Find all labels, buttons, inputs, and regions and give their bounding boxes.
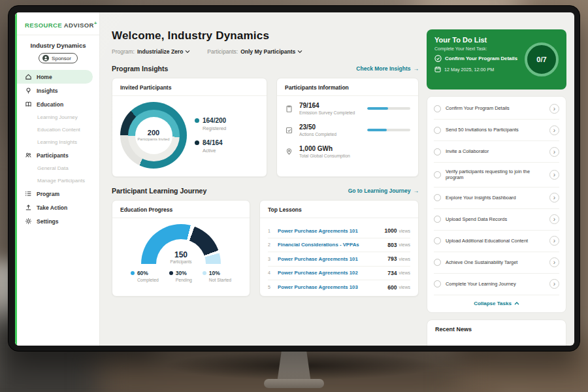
card-title: Invited Participants <box>120 84 259 91</box>
stat-row: 23/50 Actions Completed <box>285 123 410 137</box>
person-icon <box>42 55 49 61</box>
task-checkbox[interactable] <box>434 127 441 134</box>
task-checkbox[interactable] <box>434 216 441 223</box>
program-filter-dropdown[interactable]: Industrialize Zero <box>137 48 190 55</box>
sidebar-item-education[interactable]: Education <box>17 97 99 111</box>
chevron-right-icon[interactable]: › <box>549 214 559 224</box>
participants-information-card: Participants Information 79/164 Emission… <box>276 78 419 177</box>
task-row[interactable]: Verify participants requesting to join t… <box>434 163 559 188</box>
sidebar-item-education-content[interactable]: Education Content <box>17 123 99 136</box>
check-more-insights-link[interactable]: Check More Insights → <box>356 65 419 72</box>
sidebar-item-program[interactable]: Program <box>17 187 99 201</box>
lesson-views: 1000 <box>385 227 397 234</box>
lesson-title-link[interactable]: Power Purchase Agreements 103 <box>278 284 387 290</box>
sidebar-item-label: Home <box>37 74 52 80</box>
donut-legend: 164/200 Registered 84/164 Active <box>195 117 226 154</box>
legend-label: Active <box>203 148 223 154</box>
lesson-row: 3 Power Purchase Agreements 101 793 view… <box>268 252 410 267</box>
sidebar-item-home[interactable]: Home <box>17 70 93 84</box>
task-checkbox[interactable] <box>434 194 441 201</box>
sidebar-item-label: General Data <box>37 165 69 171</box>
lesson-title-link[interactable]: Power Purchase Agreements 101 <box>278 228 385 234</box>
sidebar-item-insights[interactable]: Insights <box>17 84 99 97</box>
link-label: Check More Insights <box>356 65 410 72</box>
legend-value: 30% <box>176 270 187 276</box>
task-label: Confirm Your Program Details <box>446 105 545 112</box>
task-row[interactable]: Invite a Collaborator › <box>434 141 559 163</box>
sidebar-item-label: Insights <box>37 88 58 94</box>
gauge-center-value: 150 <box>174 250 188 259</box>
task-checkbox[interactable] <box>434 171 441 178</box>
chevron-right-icon[interactable]: › <box>549 236 559 246</box>
lesson-rank: 3 <box>268 257 275 261</box>
lesson-rank: 2 <box>268 242 275 247</box>
monitor-bezel: RESOURCE ADVISOR+ Industry Dynamics Spon… <box>8 5 580 351</box>
stat-label: Actions Completed <box>299 132 362 137</box>
next-task-label: Confirm Your Program Details <box>445 56 517 61</box>
insights-icon <box>25 87 32 94</box>
task-checkbox[interactable] <box>434 280 441 287</box>
chevron-right-icon[interactable]: › <box>549 257 559 267</box>
progress-bar-fill <box>367 129 387 131</box>
sidebar-item-learning-journey[interactable]: Learning Journey <box>17 111 99 123</box>
sidebar-item-manage-participants[interactable]: Manage Participants <box>17 174 99 187</box>
task-row[interactable]: Upload Additional Educational Content › <box>434 231 559 252</box>
page-title: Welcome, Industry Dynamics <box>112 29 419 42</box>
lesson-rank: 4 <box>268 270 275 275</box>
legend-value: 84/164 <box>203 139 223 146</box>
task-row[interactable]: Send 50 Invitations to Participants › <box>434 120 559 141</box>
lesson-title-link[interactable]: Power Purchase Agreements 102 <box>278 270 387 276</box>
lesson-views: 793 <box>387 255 397 262</box>
chevron-right-icon[interactable]: › <box>549 147 559 157</box>
task-checkbox[interactable] <box>434 148 441 155</box>
lesson-title-link[interactable]: Power Purchase Agreements 101 <box>278 256 387 262</box>
participants-filter: Participants: Only My Participants <box>207 48 302 55</box>
arrow-right-icon: → <box>414 65 419 72</box>
todo-summary-card: Your To Do List Complete Your Next Task:… <box>427 29 566 90</box>
sidebar-item-learning-insights[interactable]: Learning Insights <box>17 136 99 148</box>
lesson-title-link[interactable]: Financial Considerations - VPPAs <box>278 242 387 248</box>
participants-filter-dropdown[interactable]: Only My Participants <box>240 48 302 55</box>
card-title: Education Progress <box>120 206 242 213</box>
task-checkbox[interactable] <box>434 105 441 112</box>
sidebar-item-take-action[interactable]: Take Action <box>17 201 99 214</box>
task-row[interactable]: Explore Your Insights Dashboard › <box>434 188 559 209</box>
next-task-time: 12 May 2025, 12:00 PM <box>444 67 494 73</box>
collapse-tasks-link[interactable]: Collapse Tasks <box>434 295 559 311</box>
sponsor-badge[interactable]: Sponsor <box>39 53 78 63</box>
sidebar-item-label: Take Action <box>37 204 67 211</box>
task-row[interactable]: Confirm Your Program Details › <box>434 98 559 120</box>
sponsor-badge-label: Sponsor <box>52 56 71 61</box>
education-progress-card: Education Progress 150 Participants 60% … <box>112 200 250 297</box>
task-checkbox[interactable] <box>434 237 441 244</box>
next-task-time-row: 12 May 2025, 12:00 PM <box>434 66 525 73</box>
section-title: Program Insights <box>112 65 168 73</box>
chevron-right-icon[interactable]: › <box>549 125 559 135</box>
filter-bar: Program: Industrialize Zero Participants… <box>112 48 419 55</box>
task-checkbox[interactable] <box>434 259 441 266</box>
stat-value: 79/164 <box>299 102 362 109</box>
chevron-right-icon[interactable]: › <box>549 104 559 114</box>
sidebar-item-settings[interactable]: Settings <box>17 214 99 228</box>
check-square-icon <box>285 126 294 135</box>
sidebar-item-label: Settings <box>37 218 59 225</box>
task-label: Complete Your Learning Journey <box>446 281 545 287</box>
location-pin-icon <box>285 148 294 156</box>
sidebar-nav: Home Insights Education Learning Journey… <box>17 70 99 228</box>
divider <box>260 218 418 218</box>
go-to-learning-journey-link[interactable]: Go to Learning Journey → <box>348 188 419 194</box>
task-row[interactable]: Complete Your Learning Journey › <box>434 274 559 295</box>
task-row[interactable]: Upload Spend Data Records › <box>434 209 559 231</box>
chevron-right-icon[interactable]: › <box>549 170 559 180</box>
divider <box>277 95 418 96</box>
chevron-right-icon[interactable]: › <box>549 193 559 203</box>
divider <box>112 95 267 96</box>
next-task-row: Confirm Your Program Details <box>434 55 525 62</box>
task-row[interactable]: Achieve One Sustainability Target › <box>434 252 559 274</box>
legend-item: 60% Completed <box>131 270 159 282</box>
sidebar-item-participants[interactable]: Participants <box>17 148 99 162</box>
chevron-right-icon[interactable]: › <box>549 279 559 289</box>
invited-participants-card: Invited Participants 200 Participants In… <box>112 78 267 177</box>
lesson-row: 2 Financial Considerations - VPPAs 803 v… <box>268 238 410 253</box>
sidebar-item-general-data[interactable]: General Data <box>17 162 99 174</box>
